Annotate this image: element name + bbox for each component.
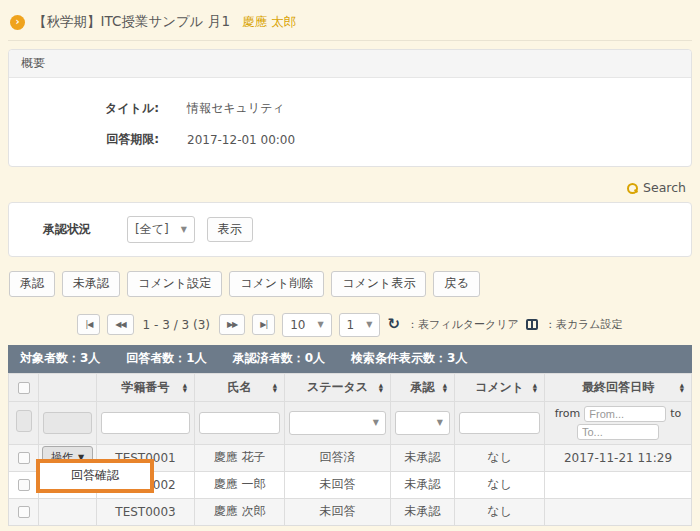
table-filter-row: ▼ ▼ from to [9,401,692,444]
page-number-value: 1 [347,318,355,332]
cell-last-answer: 2017-11-21 11:29 [545,444,692,471]
field-deadline-label: 回答期限: [9,131,159,148]
search-label: Search [643,180,686,195]
summary-bar: 対象者数：3人 回答者数：1人 承認済者数：0人 検索条件表示数：3人 [8,345,692,373]
sort-icon[interactable] [533,383,537,392]
cell-name: 慶應 次郎 [195,498,285,525]
results-table: 学籍番号 氏名 ステータス 承認 コメント 最終回答日時 ▼ ▼ from [8,373,692,526]
cell-name: 慶應 一郎 [195,471,285,498]
chevron-down-icon: ▼ [317,320,323,329]
col-approval[interactable]: 承認 [391,373,455,401]
status-filter-select[interactable]: ▼ [289,411,386,435]
column-settings-icon[interactable] [526,319,538,330]
cell-comment: なし [455,471,545,498]
col-student-id[interactable]: 学籍番号 [97,373,195,401]
cell-name: 慶應 花子 [195,444,285,471]
comment-delete-button[interactable]: コメント削除 [229,271,324,297]
user-link[interactable]: 慶應 太郎 [242,14,296,31]
table-row: TEST0003 慶應 次郎 未回答 未承認 なし [9,498,692,525]
show-button[interactable]: 表示 [207,217,253,243]
first-page-button[interactable]: |◀ [77,314,100,335]
col-last-answer[interactable]: 最終回答日時 [545,373,692,401]
field-title: タイトル: 情報セキュリティ [9,86,691,117]
approval-filter-panel: 承認状況 [全て] ▼ 表示 [8,202,692,257]
unapprove-button[interactable]: 未承認 [62,271,120,297]
back-button[interactable]: 戻る [433,271,479,297]
filter-comment-cell [455,401,545,444]
refresh-icon[interactable]: ↻ [387,317,400,332]
chevron-down-icon: ▼ [181,225,187,234]
to-label: to [670,407,681,420]
field-deadline-value: 2017-12-01 00:00 [187,133,295,147]
col-name-label: 氏名 [228,380,252,394]
table-header-row: 学籍番号 氏名 ステータス 承認 コメント 最終回答日時 [9,373,692,401]
last-page-button[interactable]: ▶| [252,314,275,335]
row-checkbox-cell [9,471,39,498]
col-status[interactable]: ステータス [285,373,391,401]
prev-page-button[interactable]: ◀◀ [107,314,133,335]
chevron-circle-icon [10,15,25,30]
search-toggle[interactable]: Search [8,180,686,195]
filter-student-id-cell [97,401,195,444]
row-checkbox[interactable] [18,479,30,491]
filter-status-cell: ▼ [285,401,391,444]
summary-displayed: 検索条件表示数：3人 [351,350,467,367]
next-page-button[interactable]: ▶▶ [219,314,245,335]
comment-set-button[interactable]: コメント設定 [127,271,222,297]
filter-clear-label[interactable]: ：表フィルタークリア [407,317,519,332]
cell-comment: なし [455,498,545,525]
approval-filter-select[interactable]: ▼ [395,411,450,435]
cell-approval: 未承認 [391,498,455,525]
student-id-filter-input[interactable] [101,412,190,434]
field-deadline: 回答期限: 2017-12-01 00:00 [9,117,691,148]
filter-approval-cell: ▼ [391,401,455,444]
page-size-value: 10 [290,318,305,332]
row-checkbox-cell [9,498,39,525]
approval-status-label: 承認状況 [43,221,91,238]
date-from-input[interactable] [584,406,666,422]
field-title-label: タイトル: [9,100,159,117]
search-icon [627,183,637,193]
cell-comment: なし [455,444,545,471]
cell-last-answer [545,471,692,498]
overview-panel: 概要 タイトル: 情報セキュリティ 回答期限: 2017-12-01 00:00 [8,49,692,167]
approval-status-select[interactable]: [全て] ▼ [127,216,195,243]
sort-icon[interactable] [273,383,277,392]
chevron-down-icon: ▼ [373,418,379,427]
sort-icon[interactable] [183,383,187,392]
filter-checkbox-cell [9,401,39,444]
filter-disabled-box [43,412,92,434]
op-dropdown-menu-highlight: 回答確認 [36,459,154,493]
overview-panel-title: 概要 [9,50,691,78]
page-title: 【秋学期】ITC授業サンプル 月1 [33,13,230,31]
comment-show-button[interactable]: コメント表示 [331,271,426,297]
cell-status: 回答済 [285,444,391,471]
summary-targets: 対象者数：3人 [20,350,100,367]
select-all-checkbox[interactable] [18,382,30,394]
page-size-select[interactable]: 10 ▼ [282,313,331,337]
summary-approved: 承認済者数：0人 [233,350,325,367]
chevron-down-icon: ▼ [437,418,443,427]
answer-confirm-menu-item[interactable]: 回答確認 [71,467,119,484]
col-student-id-label: 学籍番号 [122,380,170,394]
col-status-label: ステータス [307,380,368,394]
sort-icon[interactable] [443,383,447,392]
top-actions: 承認 未承認 コメント設定 コメント削除 コメント表示 戻る [9,271,692,297]
col-comment-label: コメント [475,380,524,394]
col-name[interactable]: 氏名 [195,373,285,401]
sort-icon[interactable] [379,383,383,392]
page-number-select[interactable]: 1 ▼ [339,313,381,337]
comment-filter-input[interactable] [459,412,540,434]
row-checkbox[interactable] [18,506,30,518]
col-comment[interactable]: コメント [455,373,545,401]
results-table-wrap: 学籍番号 氏名 ステータス 承認 コメント 最終回答日時 ▼ ▼ from [8,373,692,526]
sort-icon[interactable] [680,383,684,392]
overview-body: タイトル: 情報セキュリティ 回答期限: 2017-12-01 00:00 [9,78,691,166]
filter-name-cell [195,401,285,444]
approve-button[interactable]: 承認 [9,271,55,297]
date-to-input[interactable] [577,424,659,440]
cell-approval: 未承認 [391,444,455,471]
name-filter-input[interactable] [199,412,280,434]
row-checkbox[interactable] [18,452,30,464]
column-settings-label[interactable]: ：表カラム設定 [545,317,623,332]
